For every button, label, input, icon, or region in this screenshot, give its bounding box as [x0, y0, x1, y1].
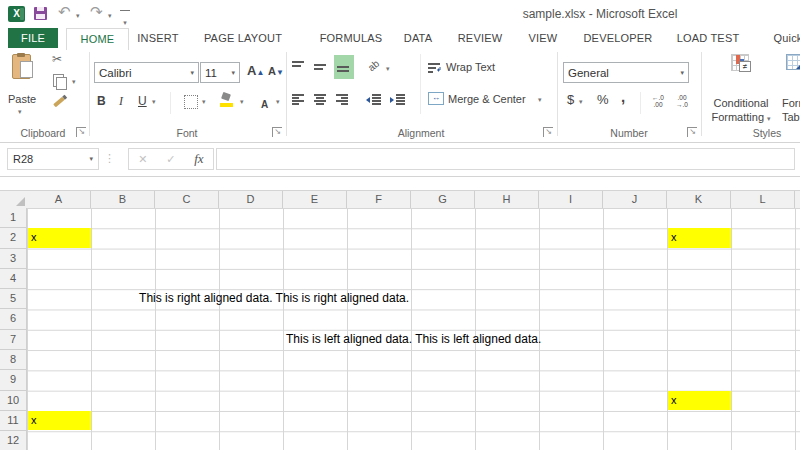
underline-dropdown-icon[interactable]: ▾ [152, 98, 156, 106]
row-header[interactable]: 7 [0, 330, 26, 350]
alignment-launcher-icon[interactable]: ↘ [543, 127, 553, 137]
comma-button[interactable]: , [621, 90, 625, 104]
insert-function-icon[interactable]: fx [194, 151, 203, 167]
decrease-decimal-button[interactable]: .00 →.0 [672, 94, 692, 108]
column-header[interactable]: F [347, 191, 411, 208]
row-header[interactable]: 1 [0, 208, 26, 228]
cell-K10[interactable]: x [668, 391, 731, 410]
row-header[interactable]: 3 [0, 249, 26, 269]
clipboard-launcher-icon[interactable]: ↘ [76, 127, 86, 137]
cell-K2[interactable]: x [668, 228, 731, 247]
conditional-formatting-button[interactable]: ≠ Conditional Formatting ▾ [704, 52, 778, 128]
cut-icon[interactable]: ✂ [52, 52, 62, 66]
customize-quick-access-icon[interactable]: ▾ [120, 10, 130, 29]
copy-icon[interactable] [53, 74, 64, 87]
format-as-table-button[interactable]: Format as Table [782, 52, 800, 128]
number-format-dropdown-icon[interactable]: ▾ [680, 69, 684, 77]
currency-button[interactable]: $ [567, 93, 574, 107]
align-middle-button[interactable] [314, 58, 328, 76]
align-left-button[interactable] [292, 92, 306, 110]
column-header[interactable]: L [731, 191, 795, 208]
undo-dropdown-icon[interactable]: ▾ [76, 12, 80, 20]
row-header[interactable]: 10 [0, 391, 26, 411]
row-header[interactable]: 8 [0, 350, 26, 370]
column-header[interactable]: D [219, 191, 283, 208]
formula-input[interactable] [216, 148, 795, 170]
increase-indent-icon[interactable] [390, 92, 405, 110]
cancel-icon[interactable]: ✕ [138, 153, 147, 166]
percent-button[interactable]: % [597, 93, 609, 107]
italic-button[interactable]: I [119, 94, 123, 108]
row-header[interactable]: 6 [0, 309, 26, 329]
paste-dropdown-icon[interactable]: ▾ [18, 108, 22, 116]
cell-A2[interactable]: x [28, 228, 91, 247]
tab-home[interactable]: HOME [66, 28, 129, 50]
paste-button[interactable]: Paste ▾ [2, 50, 46, 126]
redo-icon[interactable]: ↷ [90, 4, 103, 20]
tab-insert[interactable]: INSERT [133, 28, 183, 48]
font-size-combo[interactable]: 11 ▾ [200, 62, 240, 83]
tab-file[interactable]: FILE [8, 28, 58, 48]
copy-dropdown-icon[interactable]: ▾ [72, 78, 76, 86]
orientation-icon[interactable]: ab [366, 58, 382, 74]
align-center-button[interactable] [314, 92, 328, 110]
redo-dropdown-icon[interactable]: ▾ [108, 12, 112, 20]
font-launcher-icon[interactable]: ↘ [272, 127, 282, 137]
column-header[interactable]: G [411, 191, 475, 208]
row-header[interactable]: 11 [0, 411, 26, 431]
column-header[interactable]: C [155, 191, 219, 208]
orientation-dropdown-icon[interactable]: ▾ [386, 65, 390, 73]
align-top-button[interactable] [292, 58, 306, 76]
increase-decimal-button[interactable]: ←.0 .00 [648, 94, 668, 108]
currency-dropdown-icon[interactable]: ▾ [579, 98, 583, 106]
cell-A11[interactable]: x [28, 411, 91, 430]
name-box[interactable]: R28 ▾ [7, 148, 99, 170]
font-family-combo[interactable]: Calibri ▾ [94, 62, 199, 83]
enter-icon[interactable]: ✓ [166, 153, 175, 166]
font-color-dropdown-icon[interactable]: ▾ [276, 98, 280, 106]
row-header[interactable]: 4 [0, 269, 26, 289]
tab-formulas[interactable]: FORMULAS [303, 28, 399, 48]
select-all-corner[interactable] [0, 190, 28, 209]
row-header[interactable]: 12 [0, 431, 26, 450]
font-color-icon[interactable]: A [258, 94, 271, 112]
save-icon[interactable] [34, 7, 47, 20]
tab-load-test[interactable]: LOAD TEST [668, 28, 748, 48]
cell-row7-text[interactable]: This is left aligned data. This is left … [286, 329, 541, 349]
row-header[interactable]: 9 [0, 370, 26, 390]
borders-icon[interactable] [184, 95, 198, 109]
cf-dropdown-icon[interactable]: ▾ [767, 115, 771, 122]
decrease-indent-icon[interactable] [366, 92, 381, 110]
tab-view[interactable]: VIEW [519, 28, 567, 48]
tab-page-layout[interactable]: PAGE LAYOUT [196, 28, 290, 48]
column-header[interactable]: H [475, 191, 539, 208]
column-header[interactable] [795, 191, 800, 208]
bold-button[interactable]: B [97, 94, 106, 108]
increase-font-button[interactable]: A▲ [247, 63, 264, 78]
decrease-font-button[interactable]: A▼ [268, 65, 284, 77]
format-painter-icon[interactable] [53, 97, 65, 108]
tab-review[interactable]: REVIEW [452, 28, 508, 48]
column-header[interactable]: E [283, 191, 347, 208]
fill-color-icon[interactable] [220, 93, 234, 107]
row-header[interactable]: 2 [0, 228, 26, 248]
column-header[interactable]: A [27, 191, 91, 208]
tab-developer[interactable]: DEVELOPER [578, 28, 658, 48]
font-family-dropdown-icon[interactable]: ▾ [190, 69, 194, 77]
cell-row5-text[interactable]: This is right aligned data. This is righ… [139, 288, 409, 308]
underline-button[interactable]: U [138, 94, 147, 108]
column-header[interactable]: K [667, 191, 731, 208]
merge-center-dropdown-icon[interactable]: ▾ [538, 96, 542, 104]
borders-dropdown-icon[interactable]: ▾ [202, 98, 206, 106]
number-format-combo[interactable]: General ▾ [563, 62, 689, 83]
fill-color-dropdown-icon[interactable]: ▾ [240, 98, 244, 106]
align-right-button[interactable] [336, 92, 350, 110]
column-header[interactable]: J [603, 191, 667, 208]
tab-data[interactable]: DATA [395, 28, 441, 48]
column-header[interactable]: B [91, 191, 155, 208]
column-header[interactable]: I [539, 191, 603, 208]
undo-icon[interactable]: ↶ [58, 4, 71, 20]
tab-quick[interactable]: Quick [758, 28, 800, 48]
number-launcher-icon[interactable]: ↘ [687, 127, 697, 137]
name-box-dropdown-icon[interactable]: ▾ [89, 155, 93, 163]
